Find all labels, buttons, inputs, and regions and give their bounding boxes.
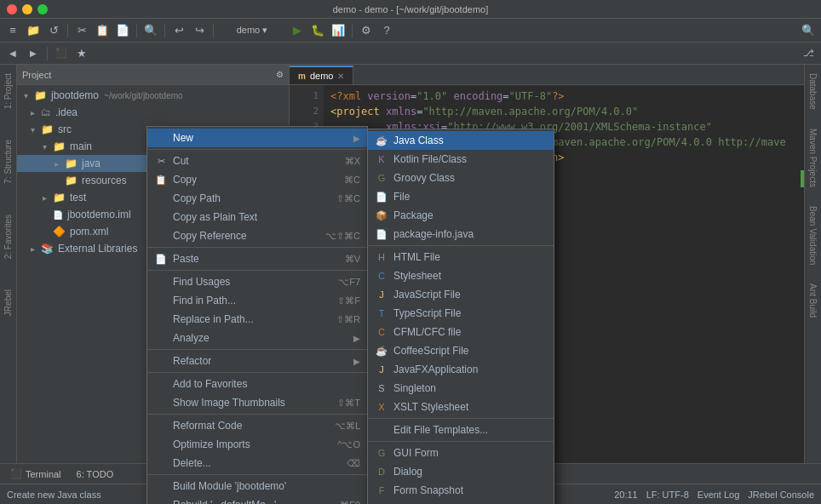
menu-item-replace-path[interactable]: Replace in Path... ⇧⌘R	[147, 310, 367, 329]
menu-item-delete[interactable]: Delete... ⌫	[147, 454, 367, 472]
submenu-arrow-icon: ▶	[353, 134, 360, 143]
replace-path-shortcut: ⇧⌘R	[336, 314, 360, 325]
submenu-file[interactable]: 📄 File	[368, 187, 554, 206]
submenu-js-file[interactable]: J JavaScript File	[368, 285, 554, 304]
package-info-label: package-info.java	[393, 228, 474, 240]
submenu-resource-bundle[interactable]: R Resource Bundle	[368, 500, 554, 504]
refactor-label: Refactor	[173, 355, 211, 367]
menu-item-copy-reference[interactable]: Copy Reference ⌥⇧⌘C	[147, 226, 367, 245]
menu-item-find-usages[interactable]: Find Usages ⌥F7	[147, 272, 367, 291]
delete-shortcut: ⌫	[347, 458, 360, 469]
menu-new-label: New	[173, 132, 193, 144]
optimize-shortcut: ^⌥O	[337, 439, 360, 450]
groovy-label: Groovy Class	[393, 172, 455, 184]
stylesheet-icon: C	[375, 271, 388, 281]
copy-plain-label: Copy as Plain Text	[173, 211, 257, 223]
optimize-label: Optimize Imports	[173, 438, 250, 450]
submenu-cfml[interactable]: C CFML/CFC file	[368, 323, 554, 341]
cfml-label: CFML/CFC file	[393, 326, 461, 338]
copy-shortcut: ⌘C	[344, 175, 360, 186]
submenu-javafx[interactable]: J JavaFXApplication	[368, 360, 554, 379]
javafx-icon: J	[375, 364, 388, 375]
menu-separator-6	[147, 414, 367, 415]
gui-form-label: GUI Form	[393, 447, 439, 459]
submenu-dialog[interactable]: D Dialog	[368, 462, 554, 481]
submenu-package[interactable]: 📦 Package	[368, 206, 554, 225]
menu-separator-2	[147, 247, 367, 248]
submenu-html[interactable]: H HTML File	[368, 248, 554, 266]
context-menu-overlay[interactable]: New ▶ ☕ Java Class K Kotlin File/Class G…	[0, 0, 821, 504]
html-icon: H	[375, 252, 388, 262]
gui-form-icon: G	[375, 448, 388, 458]
coffee-icon: ☕	[375, 346, 388, 357]
menu-item-new[interactable]: New ▶ ☕ Java Class K Kotlin File/Class G…	[147, 129, 367, 147]
paste-shortcut: ⌘V	[345, 254, 360, 265]
java-class-label: Java Class	[393, 135, 444, 146]
menu-item-cut[interactable]: ✂ Cut ⌘X	[147, 152, 367, 170]
menu-separator-7	[147, 474, 367, 475]
submenu-separator-1	[368, 245, 554, 246]
find-path-label: Find in Path...	[173, 295, 236, 306]
menu-item-favorites[interactable]: Add to Favorites	[147, 375, 367, 393]
find-usages-shortcut: ⌥F7	[338, 277, 360, 288]
menu-item-copy[interactable]: 📋 Copy ⌘C	[147, 170, 367, 189]
kotlin-label: Kotlin File/Class	[393, 153, 467, 165]
favorites-label: Add to Favorites	[173, 378, 247, 390]
submenu-singleton[interactable]: S Singleton	[368, 379, 554, 398]
menu-item-find-path[interactable]: Find in Path... ⇧⌘F	[147, 291, 367, 310]
submenu-edit-templates[interactable]: Edit File Templates...	[368, 421, 554, 439]
submenu-kotlin-class[interactable]: K Kotlin File/Class	[368, 150, 554, 169]
groovy-icon: G	[375, 173, 388, 183]
menu-item-reformat[interactable]: Reformat Code ⌥⌘L	[147, 416, 367, 435]
copy-path-label: Copy Path	[173, 192, 221, 204]
menu-item-optimize[interactable]: Optimize Imports ^⌥O	[147, 435, 367, 454]
submenu-gui-form[interactable]: G GUI Form	[368, 444, 554, 462]
dialog-icon: D	[375, 467, 388, 477]
submenu-coffeescript[interactable]: ☕ CoffeeScript File	[368, 341, 554, 360]
menu-item-copy-plain[interactable]: Copy as Plain Text	[147, 208, 367, 226]
cut-menu-icon: ✂	[154, 156, 168, 167]
menu-item-paste[interactable]: 📄 Paste ⌘V	[147, 249, 367, 268]
form-snapshot-label: Form Snapshot	[393, 484, 463, 496]
copy-reference-label: Copy Reference	[173, 230, 247, 242]
java-class-icon: ☕	[375, 135, 388, 146]
cut-shortcut: ⌘X	[345, 156, 360, 167]
js-label: JavaScript File	[393, 289, 461, 301]
refactor-arrow-icon: ▶	[353, 357, 360, 366]
submenu-java-class[interactable]: ☕ Java Class	[368, 131, 554, 150]
singleton-icon: S	[375, 383, 388, 393]
menu-item-refactor[interactable]: Refactor ▶	[147, 352, 367, 370]
find-path-shortcut: ⇧⌘F	[337, 295, 360, 306]
cfml-icon: C	[375, 327, 388, 337]
thumbnails-shortcut: ⇧⌘T	[337, 398, 360, 409]
package-icon: 📦	[375, 210, 388, 221]
new-submenu: ☕ Java Class K Kotlin File/Class G Groov…	[367, 129, 554, 504]
copy-label: Copy	[173, 174, 197, 186]
js-icon: J	[375, 289, 388, 300]
submenu-stylesheet[interactable]: C Stylesheet	[368, 266, 554, 285]
file-icon: 📄	[375, 192, 388, 203]
kotlin-icon: K	[375, 154, 388, 164]
menu-item-analyze[interactable]: Analyze ▶	[147, 329, 367, 347]
menu-item-rebuild[interactable]: Rebuild '...defaultMa...' ⌘F9	[147, 495, 367, 504]
menu-separator-3	[147, 270, 367, 271]
submenu-form-snapshot[interactable]: F Form Snapshot	[368, 481, 554, 500]
stylesheet-label: Stylesheet	[393, 270, 441, 282]
context-menu: New ▶ ☕ Java Class K Kotlin File/Class G…	[146, 126, 368, 504]
replace-path-label: Replace in Path...	[173, 313, 254, 325]
submenu-groovy-class[interactable]: G Groovy Class	[368, 169, 554, 187]
submenu-package-info[interactable]: 📄 package-info.java	[368, 225, 554, 243]
package-label: Package	[393, 209, 433, 221]
submenu-xslt[interactable]: X XSLT Stylesheet	[368, 398, 554, 416]
dialog-label: Dialog	[393, 466, 422, 478]
menu-item-thumbnails[interactable]: Show Image Thumbnails ⇧⌘T	[147, 393, 367, 412]
find-usages-label: Find Usages	[173, 276, 230, 288]
menu-item-copy-path[interactable]: Copy Path ⇧⌘C	[147, 189, 367, 208]
copy-path-shortcut: ⇧⌘C	[336, 193, 360, 204]
menu-separator-5	[147, 372, 367, 373]
rebuild-shortcut: ⌘F9	[340, 500, 360, 505]
delete-label: Delete...	[173, 457, 211, 469]
menu-item-build[interactable]: Build Module 'jbootdemo'	[147, 477, 367, 495]
copy-menu-icon: 📋	[154, 175, 168, 186]
submenu-ts-file[interactable]: T TypeScript File	[368, 304, 554, 323]
